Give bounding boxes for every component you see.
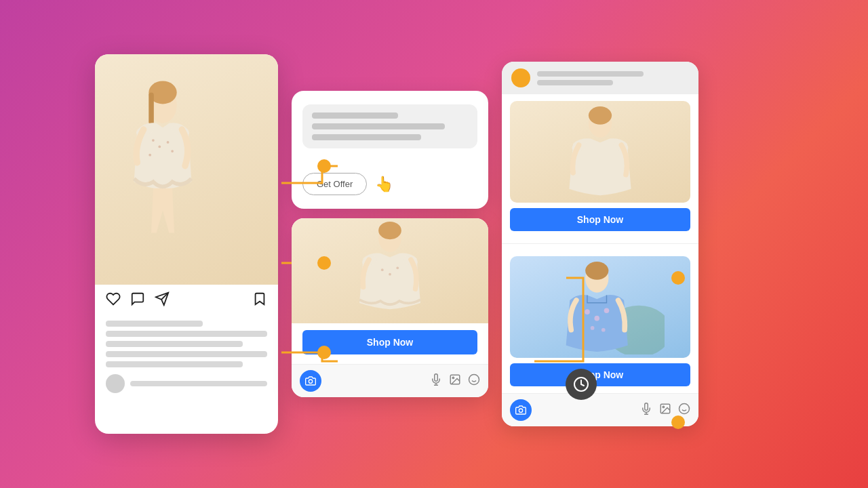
chat-icon-group bbox=[430, 373, 480, 388]
right-product-image-2 bbox=[510, 256, 690, 358]
svg-rect-5 bbox=[149, 92, 154, 124]
right-header-lines bbox=[537, 71, 689, 85]
text-line-2 bbox=[106, 331, 267, 337]
chat-input-bar bbox=[292, 364, 488, 397]
shop-now-button-right-bottom[interactable]: Shop Now bbox=[510, 363, 690, 386]
text-line-3 bbox=[106, 341, 243, 347]
connector-dot-2 bbox=[317, 256, 331, 270]
right-image-icon[interactable] bbox=[659, 403, 671, 418]
comment-icon[interactable] bbox=[130, 291, 145, 310]
right-chat-input-bar bbox=[502, 393, 698, 426]
svg-point-21 bbox=[396, 266, 399, 269]
svg-point-6 bbox=[152, 139, 155, 142]
phone-panel bbox=[95, 54, 278, 434]
svg-point-26 bbox=[452, 377, 454, 378]
main-scene: Get Offer 👆 bbox=[95, 54, 773, 434]
svg-point-38 bbox=[585, 309, 590, 314]
right-header-avatar bbox=[511, 68, 530, 87]
right-product-image-1 bbox=[510, 101, 690, 203]
chat-bubble-panel: Get Offer 👆 bbox=[292, 91, 488, 209]
image-icon[interactable] bbox=[449, 373, 461, 388]
get-offer-button[interactable]: Get Offer bbox=[302, 173, 367, 195]
svg-point-42 bbox=[601, 328, 606, 332]
right-panel: Shop Now bbox=[502, 62, 698, 426]
right-product-block-2: Shop Now bbox=[502, 249, 698, 393]
hand-cursor-icon: 👆 bbox=[375, 176, 393, 193]
svg-point-47 bbox=[663, 406, 664, 407]
svg-point-19 bbox=[381, 268, 384, 271]
text-line-5 bbox=[106, 361, 243, 367]
share-icon[interactable] bbox=[155, 291, 170, 310]
connector-dot-3 bbox=[317, 346, 331, 359]
right-camera-button[interactable] bbox=[510, 399, 532, 421]
connector-dot-5 bbox=[671, 415, 685, 429]
clock-badge bbox=[566, 369, 597, 400]
svg-point-8 bbox=[167, 141, 170, 144]
bubble-line-3 bbox=[312, 134, 421, 140]
rh-line-2 bbox=[537, 80, 613, 85]
shop-now-button-right-top[interactable]: Shop Now bbox=[510, 208, 690, 231]
phone-comment bbox=[95, 371, 278, 393]
phone-image bbox=[95, 54, 278, 285]
text-line-4 bbox=[106, 351, 267, 357]
svg-point-39 bbox=[594, 316, 599, 321]
phone-text-area bbox=[95, 317, 278, 371]
right-divider bbox=[502, 243, 698, 244]
connector-dot-1 bbox=[317, 159, 331, 173]
bookmark-icon[interactable] bbox=[252, 291, 267, 310]
svg-point-41 bbox=[591, 326, 595, 330]
product-card-panel: Shop Now bbox=[292, 218, 488, 397]
connector-dot-4 bbox=[671, 271, 685, 285]
svg-point-7 bbox=[158, 146, 161, 148]
rh-line-1 bbox=[537, 71, 644, 77]
svg-point-20 bbox=[389, 272, 391, 275]
right-mic-icon[interactable] bbox=[640, 403, 652, 418]
mic-icon[interactable] bbox=[430, 373, 442, 388]
comment-text bbox=[130, 381, 267, 386]
svg-point-22 bbox=[309, 380, 312, 383]
svg-point-43 bbox=[519, 409, 522, 412]
like-icon[interactable] bbox=[106, 291, 121, 310]
product-image bbox=[292, 218, 488, 323]
chat-bubble bbox=[302, 104, 477, 148]
svg-point-40 bbox=[604, 308, 610, 313]
camera-button[interactable] bbox=[300, 370, 321, 392]
svg-point-37 bbox=[585, 262, 608, 280]
svg-point-16 bbox=[378, 221, 401, 239]
right-product-block-1: Shop Now bbox=[502, 94, 698, 238]
phone-actions bbox=[95, 285, 278, 317]
svg-point-9 bbox=[171, 150, 174, 152]
svg-point-31 bbox=[589, 106, 612, 125]
svg-point-48 bbox=[679, 404, 690, 414]
right-chat-icon-group bbox=[640, 403, 690, 418]
bubble-line-2 bbox=[312, 123, 445, 129]
bubble-line-1 bbox=[312, 113, 398, 119]
comment-avatar bbox=[106, 374, 125, 393]
right-panel-header bbox=[502, 62, 698, 94]
text-line-1 bbox=[106, 321, 203, 327]
sticker-icon[interactable] bbox=[468, 373, 480, 388]
svg-line-2 bbox=[581, 384, 584, 386]
svg-point-27 bbox=[469, 375, 479, 385]
svg-point-10 bbox=[149, 154, 151, 157]
